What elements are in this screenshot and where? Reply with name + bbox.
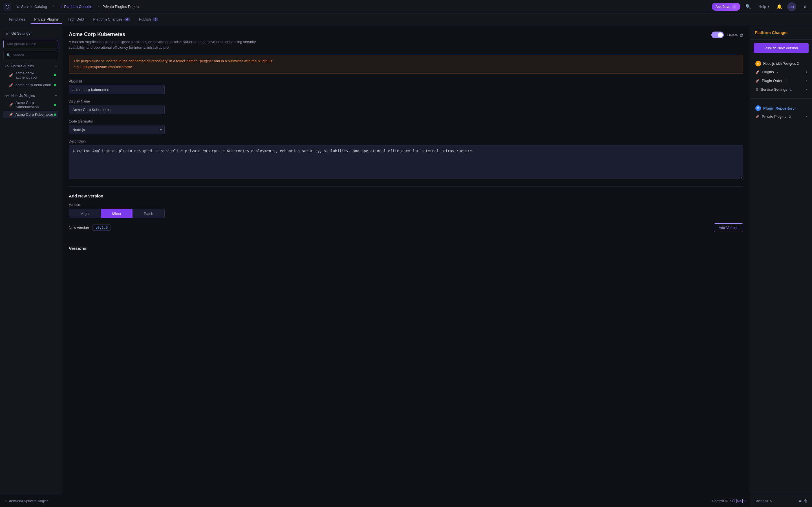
- add-version-label: Add Version: [719, 226, 739, 230]
- plugin-item-acme-auth-node[interactable]: 🚀 Acme Corp Authentication: [3, 99, 58, 111]
- main-layout: ↙ Git Settings 🔍 </> DotNet Plugins ▾ 🚀 …: [0, 26, 812, 507]
- trash-icon: 🗑: [740, 33, 743, 37]
- right-plugins-item[interactable]: 🚀 Plugins 2 ›: [754, 68, 809, 76]
- publish-btn-label: Publish New Version: [764, 46, 798, 50]
- add-plugin-input[interactable]: [3, 40, 58, 48]
- version-group: Version Major Minor Patch: [69, 203, 743, 218]
- plugin-item-acme-auth[interactable]: 🚀 acme-corp-authentication: [3, 69, 58, 81]
- plugin-description: A custom Amplication plugin designed to …: [69, 39, 260, 50]
- tab-templates-label: Templates: [8, 17, 25, 21]
- dotnet-group-icon: </>: [5, 64, 10, 68]
- signout-button[interactable]: ⇥: [800, 2, 809, 11]
- code-generator-select[interactable]: Node.js: [69, 125, 165, 134]
- tab-platform-changes[interactable]: Platform Changes 6: [89, 15, 134, 24]
- display-name-input[interactable]: [69, 105, 165, 114]
- plugin-id-group: Plugin Id: [69, 79, 743, 94]
- nav-separator-2: /: [98, 4, 99, 9]
- help-chevron-icon: ▾: [768, 5, 769, 8]
- tab-tech-debt[interactable]: Tech Debt: [64, 15, 88, 24]
- delete-button[interactable]: Delete 🗑: [727, 33, 743, 37]
- help-label: Help: [758, 4, 766, 9]
- plugin-repo-header: P Plugin Repository: [754, 103, 809, 112]
- plugin-enabled-toggle[interactable]: [711, 32, 724, 38]
- description-textarea[interactable]: A custom Amplication plugin designed to …: [69, 145, 743, 179]
- right-plugin-order-item[interactable]: 🚀 Plugin Order 1 ›: [754, 76, 809, 85]
- acme-kubernetes-label: Acme Corp Kubernetes: [15, 112, 54, 117]
- right-section-divider: [750, 98, 812, 99]
- acme-auth-status-dot: [54, 74, 56, 76]
- private-plugins-label: Private Plugins: [762, 114, 786, 119]
- dotnet-group-header[interactable]: </> DotNet Plugins ▾: [3, 63, 58, 69]
- description-group: Description A custom Amplication plugin …: [69, 139, 743, 180]
- publish-badge: 3: [153, 17, 158, 21]
- nodejs-postgres-label: Node.js with Postgres 3: [763, 62, 799, 66]
- search-input[interactable]: [13, 53, 55, 57]
- description-label: Description: [69, 139, 743, 144]
- section-divider: [69, 186, 743, 187]
- helm-chart-icon: 🚀: [9, 83, 13, 87]
- nodejs-chevron-icon: ▾: [55, 94, 57, 98]
- plugin-id-input[interactable]: [69, 85, 165, 94]
- patch-version-btn[interactable]: Patch: [133, 209, 164, 218]
- major-version-btn[interactable]: Major: [69, 209, 101, 218]
- acme-auth-label: acme-corp-authentication: [15, 71, 54, 79]
- service-catalog-link[interactable]: ⧉ Service Catalog: [15, 3, 49, 10]
- service-settings-chevron-icon: ›: [806, 88, 807, 91]
- right-service-settings-item[interactable]: ⚙ Service Settings 1 ›: [754, 85, 809, 94]
- search-box-icon: 🔍: [6, 53, 11, 57]
- acme-auth-icon: 🚀: [9, 73, 13, 77]
- footer-actions: ⇄ 🗑: [799, 499, 808, 503]
- tab-publish-label: Publish: [139, 17, 151, 21]
- tab-private-plugins[interactable]: Private Plugins: [30, 15, 63, 24]
- dotnet-group-title: DotNet Plugins: [11, 64, 34, 68]
- ask-jovu-label: Ask Jovu: [716, 4, 730, 9]
- nodejs-group-title: NodeJs Plugins: [11, 94, 35, 98]
- private-plugins-badge: 2: [789, 115, 791, 118]
- helm-chart-label: acme-corp-helm-chart: [15, 83, 51, 87]
- nav-separator-1: /: [53, 4, 54, 9]
- search-button[interactable]: 🔍: [744, 2, 753, 11]
- tab-tech-debt-label: Tech Debt: [68, 17, 84, 21]
- plugin-item-helm-chart[interactable]: 🚀 acme-corp-helm-chart: [3, 81, 58, 89]
- project-name: Private Plugins Project: [102, 4, 139, 9]
- nodejs-group-header[interactable]: </> NodeJs Plugins ▾: [3, 93, 58, 99]
- plugins-chevron-icon: ›: [806, 70, 807, 73]
- git-settings-button[interactable]: ↙ Git Settings: [3, 29, 58, 37]
- plugin-order-label: Plugin Order: [762, 78, 782, 83]
- add-version-button[interactable]: Add Version: [714, 223, 743, 232]
- platform-console-link[interactable]: ⊞ Platform Console: [57, 3, 94, 10]
- versions-divider: [69, 239, 743, 239]
- trash-footer-icon[interactable]: 🗑: [804, 499, 808, 503]
- tab-publish[interactable]: Publish 3: [135, 15, 162, 24]
- swap-icon[interactable]: ⇄: [799, 499, 802, 503]
- top-nav: ⬡ ⧉ Service Catalog / ⊞ Platform Console…: [0, 0, 812, 13]
- version-toggle-label: Version: [69, 203, 743, 207]
- ask-jovu-button[interactable]: Ask Jovu +: [712, 3, 741, 11]
- nodejs-plugin-group: </> NodeJs Plugins ▾ 🚀 Acme Corp Authent…: [3, 93, 58, 118]
- logo[interactable]: ⬡: [3, 3, 11, 11]
- notifications-button[interactable]: 🔔: [775, 2, 784, 11]
- private-plugins-chevron-icon: ›: [806, 115, 807, 118]
- content-area: Acme Corp Kubernetes A custom Amplicatio…: [62, 26, 750, 507]
- plugin-item-acme-kubernetes[interactable]: 🚀 Acme Corp Kubernetes: [3, 111, 58, 118]
- right-private-plugins-item[interactable]: 🚀 Private Plugins 2 ›: [754, 112, 809, 121]
- platform-console-label: Platform Console: [64, 4, 92, 9]
- right-panel-footer: Changes 6 ⇄ 🗑: [750, 495, 812, 507]
- service-settings-label: Service Settings: [761, 87, 787, 92]
- publish-new-version-button[interactable]: Publish New Version: [754, 43, 809, 53]
- plugins-badge: 2: [777, 70, 778, 74]
- helm-chart-status-dot: [54, 84, 56, 86]
- right-panel-header: Platform Changes: [750, 26, 812, 40]
- search-icon: 🔍: [746, 4, 751, 9]
- tabs-bar: Templates Private Plugins Tech Debt Plat…: [0, 13, 812, 26]
- right-panel: Platform Changes Publish New Version N N…: [750, 26, 812, 507]
- help-menu[interactable]: Help ▾: [756, 3, 771, 10]
- sidebar: ↙ Git Settings 🔍 </> DotNet Plugins ▾ 🚀 …: [0, 26, 62, 507]
- display-name-group: Display Name: [69, 100, 743, 114]
- minor-version-btn[interactable]: Minor: [101, 209, 133, 218]
- signout-icon: ⇥: [802, 4, 806, 9]
- tab-templates[interactable]: Templates: [4, 15, 29, 24]
- warning-text: The plugin must be located in the connec…: [73, 58, 739, 64]
- user-avatar[interactable]: DR: [787, 2, 796, 11]
- platform-changes-badge: 6: [124, 17, 130, 21]
